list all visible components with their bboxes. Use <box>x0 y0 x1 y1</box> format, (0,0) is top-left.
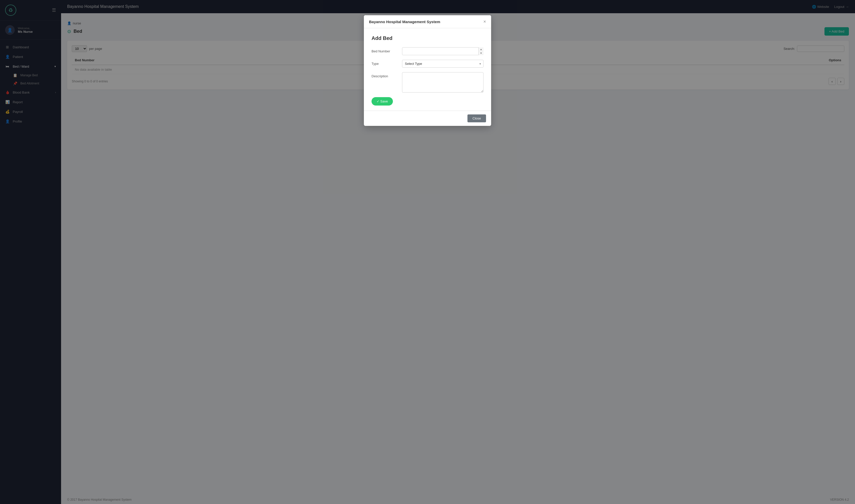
save-label: ✓ Save <box>377 100 388 103</box>
bed-number-label: Bed Number <box>371 47 402 53</box>
modal-body: Add Bed Bed Number ▲ ▼ Type <box>364 28 491 111</box>
save-button[interactable]: ✓ Save <box>371 97 393 106</box>
type-select[interactable]: Select Type <box>402 60 484 68</box>
bed-number-input[interactable] <box>402 47 484 55</box>
modal-footer: Close <box>364 111 491 126</box>
close-label: Close <box>473 116 481 120</box>
type-select-wrapper: Select Type ▾ <box>402 60 484 68</box>
type-group: Type Select Type ▾ <box>371 60 484 68</box>
modal-header: Bayanno Hospital Management System × <box>364 15 491 28</box>
description-textarea[interactable] <box>402 72 484 93</box>
type-label: Type <box>371 60 402 66</box>
modal-overlay[interactable]: Bayanno Hospital Management System × Add… <box>61 0 855 504</box>
main-content-area: Bayanno Hospital Management System 🌐 Web… <box>61 0 855 504</box>
bed-number-group: Bed Number ▲ ▼ <box>371 47 484 55</box>
close-button[interactable]: Close <box>468 114 486 122</box>
modal-form-title: Add Bed <box>371 35 484 41</box>
modal-header-title: Bayanno Hospital Management System <box>369 20 440 24</box>
modal-close-button[interactable]: × <box>483 19 486 24</box>
number-down-arrow[interactable]: ▼ <box>479 51 484 55</box>
bed-number-input-wrapper: ▲ ▼ <box>402 47 484 55</box>
number-up-arrow[interactable]: ▲ <box>479 47 484 51</box>
description-group: Description <box>371 72 484 93</box>
add-bed-modal: Bayanno Hospital Management System × Add… <box>364 15 491 126</box>
description-label: Description <box>371 72 402 78</box>
